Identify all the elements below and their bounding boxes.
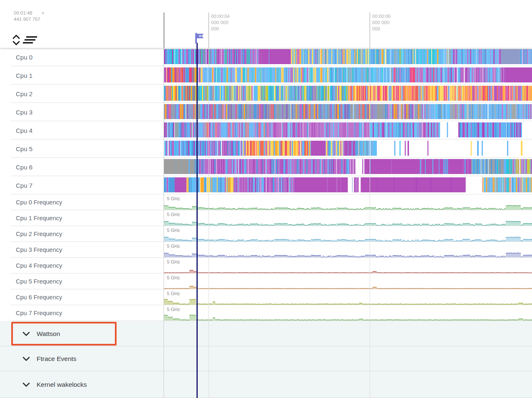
- track-group-row[interactable]: Ftrace Events: [0, 346, 532, 371]
- header-left-boundary-line: [164, 12, 164, 48]
- track-label: Cpu 3: [16, 109, 32, 116]
- cpu-frequency-track-row[interactable]: Cpu 3 Frequency5 GHz: [0, 242, 532, 258]
- cpu-frequency-chart[interactable]: [164, 281, 532, 289]
- cpu-frequency-chart[interactable]: [164, 313, 532, 321]
- freq-scale-label: 5 GHz: [167, 212, 180, 217]
- cpu-track-row[interactable]: Cpu 7: [0, 176, 532, 194]
- track-group-row[interactable]: Kernel wakelocks: [0, 371, 532, 398]
- track-label: Cpu 6: [16, 164, 32, 171]
- cpu-frequency-chart[interactable]: [164, 218, 532, 226]
- track-group-row[interactable]: Wattson: [0, 321, 532, 346]
- expand-collapse-tracks-icon[interactable]: [12, 34, 20, 46]
- track-list: Cpu 0Cpu 1Cpu 2Cpu 3Cpu 4Cpu 5Cpu 6Cpu 7…: [0, 48, 532, 398]
- freq-scale-label: 5 GHz: [167, 291, 180, 296]
- timeline-header: 00:01:48+441 907 767 00:00:04000 000 000…: [0, 0, 532, 48]
- cpu-track-row[interactable]: Cpu 6: [0, 158, 532, 176]
- freq-scale-label: 5 GHz: [167, 244, 180, 249]
- track-label: Cpu 2: [16, 90, 32, 97]
- cpu-slices-canvas[interactable]: [164, 86, 532, 101]
- freq-scale-label: 5 GHz: [167, 196, 180, 201]
- cpu-frequency-track-row[interactable]: Cpu 0 Frequency5 GHz: [0, 194, 532, 210]
- track-label: Cpu 4: [16, 127, 32, 134]
- cpu-slices-canvas[interactable]: [164, 177, 532, 192]
- cpu-frequency-track-row[interactable]: Cpu 4 Frequency5 GHz: [0, 258, 532, 274]
- track-label: Cpu 6 Frequency: [16, 294, 62, 301]
- cpu-frequency-chart[interactable]: [164, 234, 532, 241]
- cpu-slices-canvas[interactable]: [164, 159, 532, 174]
- cpu-frequency-track-row[interactable]: Cpu 1 Frequency5 GHz: [0, 210, 532, 226]
- track-label: Cpu 0 Frequency: [16, 199, 62, 206]
- cpu-slices-canvas[interactable]: [164, 67, 532, 82]
- freq-scale-label: 5 GHz: [167, 228, 180, 233]
- freq-scale-label: 5 GHz: [167, 307, 180, 312]
- time-tick-label: 00:00:06000 000 000: [372, 13, 391, 32]
- freq-scale-label: 5 GHz: [167, 275, 180, 280]
- cpu-frequency-track-row[interactable]: Cpu 7 Frequency5 GHz: [0, 305, 532, 321]
- flag-icon[interactable]: [194, 32, 206, 44]
- cpu-frequency-track-row[interactable]: Cpu 5 Frequency5 GHz: [0, 274, 532, 289]
- track-label: Cpu 1: [16, 72, 32, 79]
- cpu-frequency-chart[interactable]: [164, 250, 532, 257]
- track-label: Cpu 2 Frequency: [16, 231, 62, 237]
- track-label: Cpu 0: [16, 54, 32, 61]
- cpu-slices-canvas[interactable]: [164, 141, 532, 156]
- track-label: Cpu 7 Frequency: [16, 310, 62, 316]
- cpu-track-row[interactable]: Cpu 5: [0, 139, 532, 158]
- cpu-track-row[interactable]: Cpu 4: [0, 121, 532, 139]
- track-label: Cpu 3 Frequency: [16, 246, 62, 253]
- cpu-slices-canvas[interactable]: [164, 104, 532, 119]
- time-tick-label: 00:00:04000 000 000: [211, 13, 230, 32]
- track-label: Cpu 7: [16, 182, 32, 189]
- viewport-origin-timestamp: 00:01:48+441 907 767: [14, 10, 44, 22]
- cpu-frequency-track-row[interactable]: Cpu 2 Frequency5 GHz: [0, 226, 532, 242]
- cpu-slices-canvas[interactable]: [164, 122, 532, 137]
- cpu-slices-canvas[interactable]: [164, 49, 532, 64]
- cpu-frequency-chart[interactable]: [164, 297, 532, 305]
- chevron-down-icon[interactable]: [22, 357, 30, 361]
- cpu-frequency-chart[interactable]: [164, 266, 532, 273]
- perfetto-timeline-view: 00:01:48+441 907 767 00:00:04000 000 000…: [0, 0, 532, 398]
- gridline: [370, 48, 370, 398]
- gridline: [209, 48, 209, 398]
- track-area-left-boundary: [164, 48, 164, 398]
- chevron-down-icon[interactable]: [22, 383, 30, 387]
- cpu-track-row[interactable]: Cpu 0: [0, 48, 532, 66]
- cpu-track-row[interactable]: Cpu 1: [0, 66, 532, 85]
- cpu-frequency-chart[interactable]: [164, 202, 532, 210]
- chevron-down-icon[interactable]: [22, 331, 30, 336]
- track-group-label: Kernel wakelocks: [37, 381, 87, 388]
- cpu-track-row[interactable]: Cpu 2: [0, 85, 532, 103]
- sort-tracks-icon[interactable]: [23, 36, 39, 44]
- flag-marker-line[interactable]: [196, 43, 198, 398]
- track-label: Cpu 5 Frequency: [16, 278, 62, 285]
- track-label: Cpu 1 Frequency: [16, 215, 62, 221]
- track-group-label: Ftrace Events: [37, 355, 77, 363]
- freq-scale-label: 5 GHz: [167, 259, 180, 264]
- cpu-track-row[interactable]: Cpu 3: [0, 103, 532, 121]
- track-label: Cpu 5: [16, 145, 32, 152]
- track-label: Cpu 4 Frequency: [16, 262, 62, 269]
- origin-plus-sign: +: [42, 10, 45, 15]
- cpu-frequency-track-row[interactable]: Cpu 6 Frequency5 GHz: [0, 289, 532, 305]
- track-group-label: Wattson: [37, 330, 60, 338]
